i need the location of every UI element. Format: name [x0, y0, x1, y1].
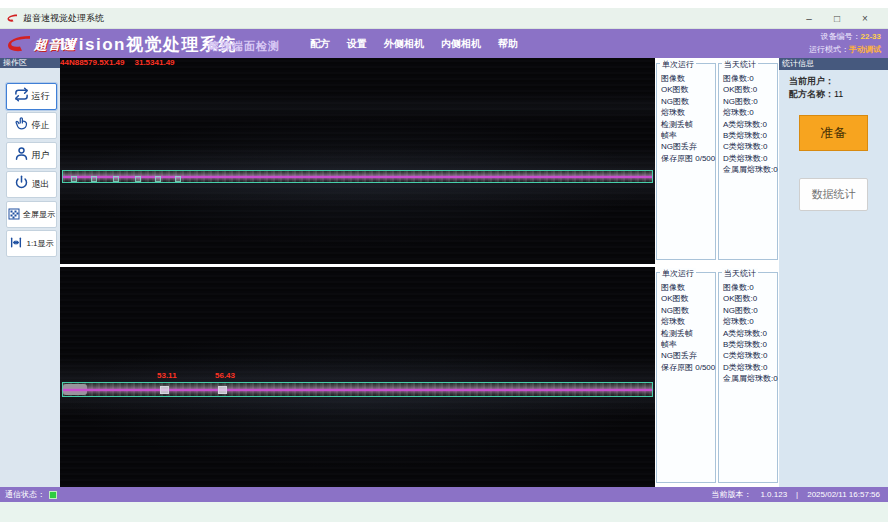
laser-line-overlay	[63, 176, 652, 178]
stat-row: 图像数:0	[723, 73, 777, 84]
app-logo-icon	[6, 9, 18, 27]
fullscreen-button[interactable]: 全屏显示	[6, 201, 57, 228]
minimize-button[interactable]: –	[798, 11, 820, 26]
comm-status: 通信状态：	[5, 489, 57, 500]
exit-button[interactable]: 退出	[6, 171, 57, 198]
maximize-button[interactable]: □	[826, 11, 848, 26]
stat-row: B类熔珠数:0	[723, 130, 777, 141]
stat-row: 熔珠数	[661, 107, 715, 118]
menu-item-outer-camera[interactable]: 外侧相机	[384, 37, 424, 51]
stop-button-label: 停止	[32, 119, 50, 132]
user-icon	[14, 146, 29, 165]
single-run-rows: 图像数OK图数NG图数熔珠数检测丢帧帧率NG图丢弃保存原图 0/500	[661, 73, 715, 164]
measurement-annotation: 56.43	[215, 371, 235, 380]
single-run-groupbox: 单次运行 图像数OK图数NG图数熔珠数检测丢帧帧率NG图丢弃保存原图 0/500	[656, 272, 716, 483]
recipe-name-label: 配方名称：	[789, 89, 834, 99]
detection-box	[155, 176, 161, 182]
inner-camera-viewport: 53.11 56.43	[60, 267, 655, 487]
app-window: 超音速视觉处理系统 – □ × 超音速 IVision视觉处理系统 熔珠端面检测…	[0, 0, 888, 522]
menu-item-settings[interactable]: 设置	[347, 37, 367, 51]
today-stats-title: 当天统计	[722, 268, 758, 279]
statusbar: 通信状态： 当前版本： 1.0.123 | 2025/02/11 16:57:5…	[0, 487, 888, 502]
window-title: 超音速视觉处理系统	[23, 12, 104, 25]
current-user-row: 当前用户：	[789, 75, 834, 88]
operation-sidebar: 操作区 运行 停止 用户 退出	[0, 58, 60, 487]
menu-item-inner-camera[interactable]: 内侧相机	[441, 37, 481, 51]
today-stats-groupbox: 当天统计 图像数:0OK图数:0NG图数:0熔珠数:0A类熔珠数:0B类熔珠数:…	[718, 272, 778, 483]
fullscreen-button-label: 全屏显示	[23, 209, 55, 220]
user-button[interactable]: 用户	[6, 142, 57, 169]
detection-box	[91, 176, 97, 182]
run-mode-value: 手动调试	[849, 45, 881, 54]
version-label: 当前版本：	[711, 489, 751, 500]
single-run-rows: 图像数OK图数NG图数熔珠数检测丢帧帧率NG图丢弃保存原图 0/500	[661, 282, 715, 373]
app-header: 超音速 IVision视觉处理系统 熔珠端面检测 配方 设置 外侧相机 内侧相机…	[0, 29, 888, 58]
stat-row: 检测丢帧	[661, 119, 715, 130]
device-number-label: 设备编号：	[821, 32, 861, 41]
statusbar-separator: |	[796, 490, 798, 499]
main-menu: 配方 设置 外侧相机 内侧相机 帮助	[310, 29, 518, 58]
run-cycle-icon	[14, 87, 29, 106]
statistics-info-panel: 统计信息 当前用户： 配方名称：11 准备 数据统计	[779, 58, 888, 487]
outer-camera-viewport: 44N88579.5X1.49 31.5341.49	[60, 58, 655, 264]
stat-row: 图像数:0	[723, 282, 777, 293]
stat-row: D类熔珠数:0	[723, 153, 777, 164]
image-haze	[60, 92, 655, 120]
brand-swoosh-icon	[4, 32, 32, 58]
stat-row: 帧率	[661, 339, 715, 350]
version-info: 当前版本： 1.0.123 | 2025/02/11 16:57:56	[711, 489, 880, 500]
stat-row: NG图数:0	[723, 96, 777, 107]
weld-bead-strip	[62, 170, 653, 183]
defect-marker	[218, 386, 227, 394]
prepare-button[interactable]: 准备	[799, 115, 868, 151]
stat-row: 熔珠数:0	[723, 316, 777, 327]
stat-row: 熔珠数:0	[723, 107, 777, 118]
one-to-one-button-label: 1:1显示	[26, 238, 53, 249]
today-stats-rows: 图像数:0OK图数:0NG图数:0熔珠数:0A类熔珠数:0B类熔珠数:0C类熔珠…	[723, 73, 777, 176]
recipe-name-value: 11	[834, 89, 843, 99]
comm-status-label: 通信状态：	[5, 489, 45, 500]
run-button-label: 运行	[32, 90, 50, 103]
stat-row: 金属屑熔珠数:0	[723, 164, 777, 175]
menu-item-recipe[interactable]: 配方	[310, 37, 330, 51]
one-to-one-button[interactable]: 1:1显示	[6, 230, 57, 257]
weld-bead-strip	[62, 382, 653, 397]
run-button[interactable]: 运行	[6, 83, 57, 110]
menu-item-help[interactable]: 帮助	[498, 37, 518, 51]
detection-box	[175, 176, 181, 182]
datetime-value: 2025/02/11 16:57:56	[807, 490, 880, 499]
device-info: 设备编号：22-33 运行模式：手动调试	[809, 31, 881, 56]
detection-box	[71, 176, 77, 182]
stat-row: NG图丢弃	[661, 141, 715, 152]
detection-box	[135, 176, 141, 182]
stat-row: OK图数:0	[723, 84, 777, 95]
stop-hand-icon	[14, 116, 29, 135]
measurement-annotation: 31.5341.49	[135, 58, 175, 67]
stat-row: OK图数:0	[723, 293, 777, 304]
app-subtitle: 熔珠端面检测	[208, 39, 280, 54]
stat-row: NG图数:0	[723, 305, 777, 316]
stats-panel-inner: 单次运行 图像数OK图数NG图数熔珠数检测丢帧帧率NG图丢弃保存原图 0/500…	[655, 267, 779, 487]
stat-row: 保存原图 0/500	[661, 153, 715, 164]
close-button[interactable]: ×	[854, 11, 876, 26]
fullscreen-grid-icon	[8, 206, 20, 224]
device-number-value: 22-33	[861, 32, 881, 41]
stat-row: D类熔珠数:0	[723, 362, 777, 373]
stat-row: 保存原图 0/500	[661, 362, 715, 373]
stop-button[interactable]: 停止	[6, 112, 57, 139]
current-user-label: 当前用户：	[789, 76, 834, 86]
detection-box	[113, 176, 119, 182]
stat-row: 检测丢帧	[661, 328, 715, 339]
desktop-strip	[0, 502, 888, 522]
data-statistics-button[interactable]: 数据统计	[799, 178, 868, 211]
stat-row: A类熔珠数:0	[723, 119, 777, 130]
stat-row: C类熔珠数:0	[723, 350, 777, 361]
stat-row: 熔珠数	[661, 316, 715, 327]
stat-row: A类熔珠数:0	[723, 328, 777, 339]
one-to-one-icon	[9, 235, 23, 253]
user-button-label: 用户	[32, 149, 50, 162]
measurement-annotation: 53.11	[157, 371, 177, 380]
titlebar: 超音速视觉处理系统 – □ ×	[0, 8, 888, 29]
single-run-groupbox: 单次运行 图像数OK图数NG图数熔珠数检测丢帧帧率NG图丢弃保存原图 0/500	[656, 63, 716, 260]
single-run-title: 单次运行	[660, 59, 696, 70]
